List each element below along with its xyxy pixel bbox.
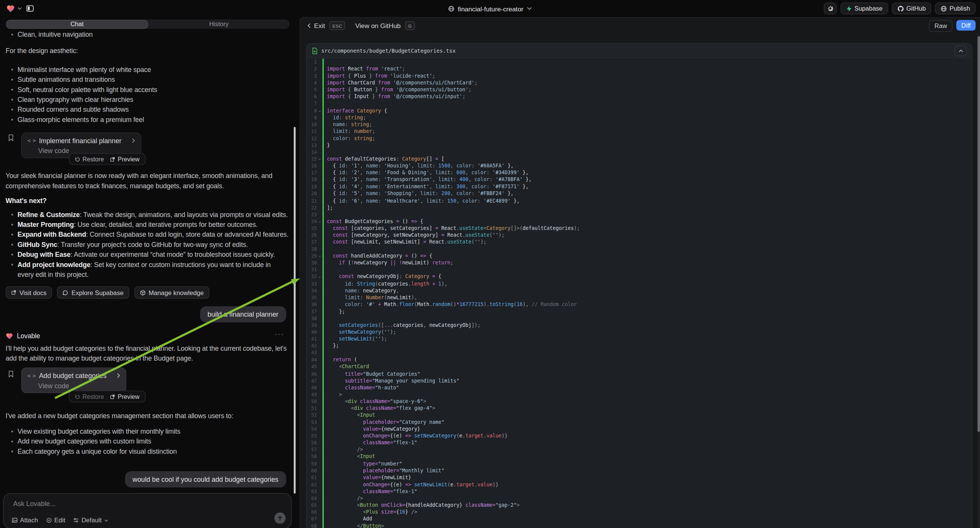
supabase-button[interactable]: Supabase — [841, 3, 888, 14]
view-code-link[interactable]: View code — [38, 382, 120, 390]
line-number: 10 — [307, 121, 317, 128]
bookmark-icon[interactable] — [8, 371, 14, 377]
fold-chevron-icon[interactable]: ⌄ — [317, 218, 322, 224]
fold-spacer — [317, 336, 322, 342]
attach-button[interactable]: Attach — [12, 517, 38, 523]
list-item: View existing budget categories with the… — [6, 426, 180, 436]
line-number: 39 — [307, 322, 317, 329]
version-title: Implement financial planner — [39, 137, 122, 144]
fold-chevron-icon[interactable]: ⌄ — [317, 107, 322, 114]
fold-spacer — [317, 447, 322, 453]
project-chevron-down-icon[interactable] — [527, 7, 531, 10]
line-number: 62 — [307, 481, 317, 488]
list-item: Clean, intuitive navigation — [6, 30, 93, 40]
diff-toggle-button[interactable]: Diff — [956, 20, 976, 30]
code-line: 55 onChange={(e) => setNewCategory(e.tar… — [307, 433, 972, 439]
line-number: 34 — [307, 287, 317, 294]
fold-spacer — [317, 502, 322, 509]
line-number: 63 — [307, 488, 317, 495]
fold-chevron-icon[interactable]: ⌄ — [317, 156, 322, 162]
project-name[interactable]: financial-future-creator — [458, 5, 523, 12]
line-number: 33 — [307, 280, 317, 287]
code-line: 56 className="flex-1" — [307, 439, 972, 446]
message-more-menu[interactable]: ··· — [275, 329, 284, 338]
esc-shortcut-badge: ESC — [329, 21, 345, 30]
line-number: 43 — [307, 350, 317, 356]
code-line: 49 > — [307, 391, 972, 398]
view-on-github-button[interactable]: View on GitHub — [355, 22, 401, 30]
code-diff-area[interactable]: 12import React from 'react';3import { Pl… — [307, 57, 972, 528]
top-bullet-list: Clean, intuitive navigation — [6, 30, 93, 40]
fold-spacer — [317, 177, 322, 183]
fold-spacer — [317, 419, 322, 426]
chat-scrollbar[interactable] — [294, 127, 295, 493]
github-button[interactable]: GitHub — [892, 3, 932, 14]
line-number: 22 — [307, 204, 317, 211]
file-header[interactable]: src/components/budget/BudgetCategories.t… — [307, 44, 972, 58]
github-icon — [897, 5, 904, 11]
publish-button[interactable]: Publish — [935, 3, 976, 14]
code-line: 8⌄interface Category { — [307, 107, 972, 114]
code-line: 19 { id: '4', name: 'Entertainment', lim… — [307, 183, 972, 190]
chevron-right-icon[interactable] — [132, 138, 135, 143]
line-number: 47 — [307, 377, 317, 384]
explore-supabase-button[interactable]: Explore Supabase — [57, 286, 129, 299]
fold-spacer — [317, 488, 322, 495]
line-number: 14 — [307, 149, 317, 156]
code-view-panel: Exit ESC View on GitHub G Raw Diff src/c… — [299, 17, 980, 528]
line-number: 55 — [307, 433, 317, 439]
edit-button[interactable]: Edit — [46, 517, 65, 523]
send-button[interactable] — [274, 512, 286, 524]
code-scrollbar-thumb[interactable] — [977, 37, 980, 432]
line-number: 30 — [307, 259, 317, 266]
tab-history[interactable]: History — [148, 19, 290, 29]
visit-docs-button[interactable]: Visit docs — [6, 286, 52, 299]
collapse-file-button[interactable] — [954, 45, 967, 56]
line-number: 9 — [307, 114, 317, 121]
raw-toggle-button[interactable]: Raw — [929, 20, 953, 32]
line-number: 2 — [307, 65, 317, 72]
manage-knowledge-button[interactable]: Manage knowledge — [134, 286, 210, 299]
restore-button[interactable]: Restore — [75, 156, 104, 162]
fold-spacer — [317, 329, 322, 336]
fold-chevron-icon[interactable]: ⌄ — [317, 274, 322, 280]
line-number: 42 — [307, 342, 317, 349]
fold-spacer — [317, 384, 322, 391]
line-number: 19 — [307, 183, 317, 190]
code-icon: < > — [28, 137, 35, 143]
fold-chevron-icon[interactable]: ⌄ — [317, 253, 322, 259]
code-line: 7 — [307, 100, 972, 107]
settings-button[interactable] — [824, 3, 837, 14]
list-item: GitHub Sync: Transfer your project's cod… — [6, 239, 282, 249]
exit-chevron-left-icon[interactable] — [307, 23, 310, 28]
line-number: 35 — [307, 294, 317, 301]
exit-button[interactable]: Exit — [314, 22, 325, 30]
code-line: 17 { id: '2', name: 'Food & Dining', lim… — [307, 170, 972, 177]
fold-spacer — [317, 80, 322, 86]
chevron-right-icon[interactable] — [117, 373, 120, 378]
tab-chat[interactable]: Chat — [6, 20, 148, 29]
code-line: 63 className="flex-1" — [307, 488, 972, 495]
chat-input-box[interactable]: Ask Lovable... Attach Edit Default — [3, 493, 292, 528]
version-card-add-budget-categories[interactable]: < > Add budget categories View code — [21, 367, 126, 393]
fold-spacer — [317, 509, 322, 515]
fold-spacer — [317, 73, 322, 80]
restore-button[interactable]: Restore — [75, 393, 104, 400]
code-line: 44 return ( — [307, 356, 972, 363]
preview-button[interactable]: Preview — [110, 393, 139, 400]
code-line: 66 <Plus size={16} /> — [307, 509, 972, 515]
fold-spacer — [317, 232, 322, 239]
line-number: 58 — [307, 453, 317, 460]
code-line: 20 { id: '5', name: 'Shopping', limit: 2… — [307, 190, 972, 197]
line-number: 24 — [307, 218, 317, 224]
fold-spacer — [317, 398, 322, 405]
code-line: 4import ChartCard from '@/components/ui/… — [307, 80, 972, 86]
bookmark-icon[interactable] — [8, 134, 14, 141]
design-bullet-list: Minimalist interface with plenty of whit… — [6, 64, 157, 124]
list-item: Debug with Ease: Activate our experiment… — [6, 249, 282, 259]
fold-spacer — [317, 121, 322, 128]
fold-spacer — [317, 128, 322, 135]
mode-selector[interactable]: Default — [73, 517, 108, 523]
file-path: src/components/budget/BudgetCategories.t… — [321, 47, 456, 53]
preview-button[interactable]: Preview — [110, 156, 139, 162]
